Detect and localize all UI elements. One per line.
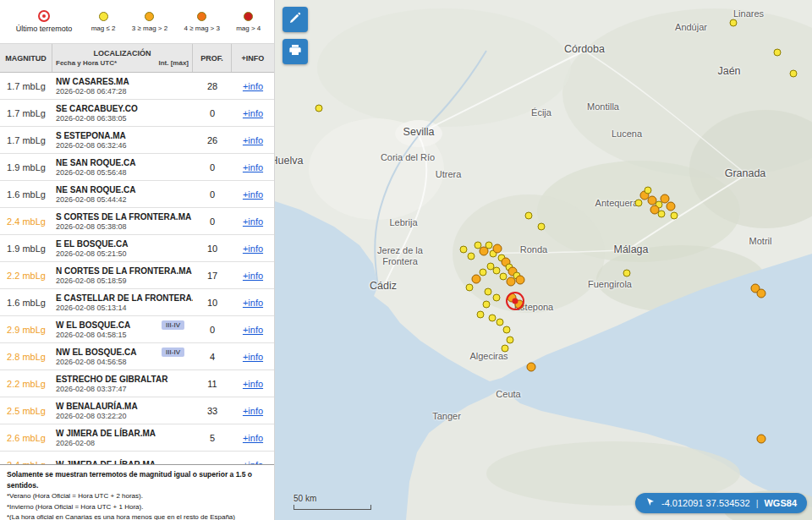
legend-bar: Último terremoto mag ≤ 23 ≥ mag > 24 ≥ m…: [0, 0, 274, 44]
table-row: 2.9 mbLg W EL BOSQUE.CA III-IV 2026-02-0…: [0, 316, 274, 343]
draw-button[interactable]: [283, 7, 308, 32]
depth-value: 33: [193, 397, 232, 424]
depth-value: 10: [193, 289, 232, 315]
earthquake-marker[interactable]: [671, 212, 678, 220]
earthquake-app: Último terremoto mag ≤ 23 ≥ mag > 24 ≥ m…: [0, 0, 812, 520]
event-datetime: 2026-02-08 04:58:15: [56, 331, 189, 339]
legend-item: 4 ≥ mag > 3: [184, 12, 219, 32]
earthquake-marker[interactable]: [315, 105, 323, 112]
scale-label: 50 km: [294, 494, 371, 503]
info-link[interactable]: +info: [243, 325, 263, 335]
depth-value: 0: [193, 154, 232, 180]
print-button[interactable]: [283, 39, 308, 64]
location-cell: W EL BOSQUE.CA III-IV 2026-02-08 04:58:1…: [52, 316, 193, 342]
magnitude-dot: [145, 12, 154, 21]
earthquake-marker[interactable]: [477, 311, 485, 319]
earthquake-marker[interactable]: [516, 276, 525, 285]
intensity-header: Int. [máx]: [158, 59, 189, 67]
info-link[interactable]: +info: [243, 216, 263, 227]
info-link[interactable]: +info: [243, 379, 263, 389]
table-row: 2.4 mbLg S CORTES DE LA FRONTERA.MA 2026…: [0, 208, 274, 235]
depth-value: 17: [193, 262, 232, 288]
earthquake-marker[interactable]: [538, 223, 546, 231]
coordinates-badge[interactable]: -4.012091 37.534532 | WGS84: [635, 493, 807, 513]
earthquake-marker[interactable]: [472, 275, 481, 284]
depth-value: 10: [193, 235, 232, 261]
location-cell: NW CASARES.MA 2026-02-08 06:47:28: [52, 73, 193, 99]
info-link[interactable]: +info: [243, 352, 263, 362]
earthquake-marker[interactable]: [757, 289, 766, 298]
coordinates-value: -4.012091 37.534532: [661, 498, 750, 508]
info-link[interactable]: +info: [243, 406, 263, 416]
earthquake-marker[interactable]: [635, 200, 643, 207]
earthquake-marker[interactable]: [774, 49, 782, 57]
col-header-location: LOCALIZACIÓN Fecha y Hora UTC* Int. [máx…: [52, 44, 193, 72]
magnitude-legend: mag ≤ 23 ≥ mag > 24 ≥ mag > 3mag > 4: [83, 12, 269, 32]
earthquake-marker[interactable]: [658, 211, 666, 218]
earthquake-marker[interactable]: [460, 246, 468, 254]
earthquake-marker[interactable]: [493, 244, 502, 254]
earthquake-marker[interactable]: [507, 277, 516, 287]
earthquake-marker[interactable]: [645, 187, 652, 194]
magnitude-value: 2.5 mbLg: [0, 397, 52, 424]
cursor-icon: [645, 497, 656, 509]
magnitude-value: 2.9 mbLg: [0, 316, 52, 342]
location-name: W JIMERA DE LÍBAR.MA: [56, 429, 156, 438]
datum-label: WGS84: [764, 498, 797, 508]
info-link[interactable]: +info: [243, 135, 263, 145]
map-canvas[interactable]: LinaresAndújarCórdobaJaénMontillaÉcijaLu…: [275, 0, 812, 520]
info-link[interactable]: +info: [243, 162, 263, 172]
earthquake-marker[interactable]: [527, 363, 536, 372]
footer-note-main: Solamente se muestran terremotos de magn…: [7, 469, 267, 491]
earthquake-marker[interactable]: [507, 337, 514, 344]
location-name: E CASTELLAR DE LA FRONTERA.CA: [56, 293, 193, 303]
last-earthquake-icon: [38, 10, 50, 22]
earthquake-marker[interactable]: [503, 326, 511, 334]
info-link[interactable]: +info: [243, 271, 263, 281]
earthquake-marker[interactable]: [487, 263, 495, 271]
info-link[interactable]: +info: [243, 298, 263, 308]
earthquake-marker[interactable]: [497, 319, 504, 326]
earthquake-marker[interactable]: [790, 70, 798, 78]
depth-value: 0: [193, 181, 232, 207]
earthquake-marker[interactable]: [486, 242, 493, 249]
magnitude-value: 1.7 mbLg: [0, 127, 52, 153]
last-earthquake-marker[interactable]: [506, 292, 524, 310]
location-name: W BENALAURÍA.MA: [56, 402, 138, 411]
earthquake-marker[interactable]: [468, 253, 475, 260]
intensity-badge: III-IV: [162, 320, 184, 330]
location-name: S ESTEPONA.MA: [56, 131, 126, 140]
legend-item: mag ≤ 2: [91, 12, 116, 32]
earthquake-marker[interactable]: [500, 273, 508, 281]
earthquake-marker[interactable]: [483, 301, 491, 309]
earthquake-marker[interactable]: [623, 270, 631, 277]
intensity-badge: III-IV: [162, 348, 184, 357]
earthquake-marker[interactable]: [485, 288, 492, 296]
info-link[interactable]: +info: [243, 433, 263, 443]
location-cell: ESTRECHO DE GIBRALTAR 2026-02-08 03:37:4…: [52, 370, 193, 397]
info-link[interactable]: +info: [243, 189, 263, 200]
earthquake-marker[interactable]: [493, 294, 501, 302]
info-link[interactable]: +info: [243, 81, 263, 91]
event-datetime: 2026-02-08 06:38:05: [56, 114, 189, 123]
location-name: SE CARCABUEY.CO: [56, 104, 138, 113]
table-row: 1.7 mbLg S ESTEPONA.MA 2026-02-08 06:32:…: [0, 127, 274, 154]
quake-rows[interactable]: 1.7 mbLg NW CASARES.MA 2026-02-08 06:47:…: [0, 73, 274, 520]
magnitude-value: 1.9 mbLg: [0, 154, 52, 180]
earthquake-marker[interactable]: [502, 345, 509, 353]
table-row: 2.8 mbLg NW EL BOSQUE.CA III-IV 2026-02-…: [0, 343, 274, 370]
earthquake-marker[interactable]: [757, 435, 766, 444]
earthquake-marker[interactable]: [480, 269, 487, 276]
earthquake-marker[interactable]: [667, 202, 676, 211]
earthquake-marker[interactable]: [525, 212, 533, 220]
location-cell: W BENALAURÍA.MA 2026-02-08 03:22:20: [52, 397, 193, 424]
earthquake-marker[interactable]: [730, 19, 738, 27]
depth-value: 28: [193, 73, 232, 99]
earthquake-marker[interactable]: [466, 284, 474, 292]
info-link[interactable]: +info: [243, 108, 263, 118]
info-link[interactable]: +info: [243, 244, 263, 254]
table-row: 1.7 mbLg SE CARCABUEY.CO 2026-02-08 06:3…: [0, 100, 274, 127]
magnitude-value: 2.2 mbLg: [0, 370, 52, 397]
earthquake-marker[interactable]: [489, 315, 497, 322]
depth-value: 11: [193, 370, 232, 397]
